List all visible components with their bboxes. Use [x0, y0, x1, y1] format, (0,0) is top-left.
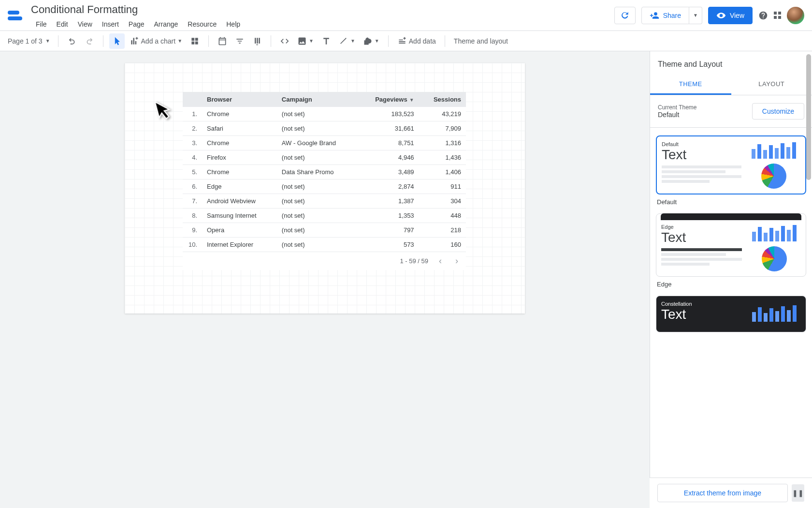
table-row[interactable]: 5.ChromeData Share Promo3,4891,406	[183, 165, 466, 179]
theme-list[interactable]: Default Text Default Edge T	[650, 128, 812, 508]
theme-preview-name: Default	[662, 141, 741, 147]
cell-sessions: 7,909	[419, 121, 466, 136]
document-title[interactable]: Conditional Formatting	[31, 3, 138, 16]
menu-page[interactable]: Page	[124, 18, 149, 30]
blocks-icon	[190, 36, 200, 46]
cell-index: 4.	[183, 150, 202, 165]
cell-pageviews: 797	[358, 223, 419, 238]
cell-index: 5.	[183, 165, 202, 179]
page-indicator[interactable]: Page 1 of 3 ▼	[6, 37, 52, 45]
user-avatar[interactable]	[787, 7, 804, 24]
scrollbar-thumb[interactable]	[806, 54, 811, 180]
header-pageviews[interactable]: Pageviews▼	[358, 92, 419, 107]
data-control-button[interactable]	[249, 33, 265, 49]
share-label: Share	[663, 12, 681, 19]
text-button[interactable]	[319, 33, 334, 49]
image-button[interactable]: ▼	[294, 33, 317, 49]
help-icon[interactable]	[758, 11, 768, 20]
cell-pageviews: 1,353	[358, 209, 419, 223]
header-browser[interactable]: Browser	[202, 92, 277, 107]
table-row[interactable]: 1.Chrome(not set)183,52343,219	[183, 107, 466, 121]
menu-file[interactable]: File	[31, 18, 52, 30]
cell-campaign: Data Share Promo	[277, 165, 358, 179]
filter-button[interactable]	[232, 33, 247, 49]
extract-theme-button[interactable]: Extract theme from image	[657, 484, 788, 502]
tab-theme[interactable]: THEME	[650, 75, 731, 95]
table-footer: 1 - 59 / 59 ‹ ›	[183, 252, 466, 270]
menu-edit[interactable]: Edit	[52, 18, 73, 30]
menu-arrange[interactable]: Arrange	[149, 18, 183, 30]
date-range-button[interactable]	[215, 33, 230, 49]
cell-index: 2.	[183, 121, 202, 136]
pause-button[interactable]: ❚❚	[792, 484, 804, 502]
caret-down-icon: ▼	[693, 13, 698, 18]
menu-insert[interactable]: Insert	[97, 18, 124, 30]
url-embed-button[interactable]	[277, 33, 292, 49]
cell-sessions: 448	[419, 209, 466, 223]
table-row[interactable]: 10.Internet Explorer(not set)573160	[183, 238, 466, 252]
canvas-area[interactable]: Browser Campaign Pageviews▼ Sessions 1.C…	[0, 51, 650, 508]
cell-pageviews: 573	[358, 238, 419, 252]
image-icon	[297, 36, 307, 46]
app-logo	[8, 7, 25, 24]
undo-button[interactable]	[64, 33, 80, 49]
cell-browser: Firefox	[202, 150, 277, 165]
share-button[interactable]: Share	[641, 7, 689, 24]
header: Conditional Formatting File Edit View In…	[0, 0, 812, 31]
shape-button[interactable]: ▼	[360, 33, 382, 49]
cell-pageviews: 31,661	[358, 121, 419, 136]
theme-preview-text: Text	[662, 148, 741, 162]
table-row[interactable]: 4.Firefox(not set)4,9461,436	[183, 150, 466, 165]
view-button[interactable]: View	[708, 7, 753, 24]
table-row[interactable]: 8.Samsung Internet(not set)1,353448	[183, 209, 466, 223]
refresh-button[interactable]	[614, 7, 636, 24]
data-table[interactable]: Browser Campaign Pageviews▼ Sessions 1.C…	[183, 92, 466, 270]
cell-campaign: (not set)	[277, 223, 358, 238]
table-row[interactable]: 6.Edge(not set)2,874911	[183, 179, 466, 194]
theme-card-constellation[interactable]: Constellation Text	[656, 296, 806, 332]
canvas-page[interactable]: Browser Campaign Pageviews▼ Sessions 1.C…	[125, 63, 525, 314]
current-theme-label: Current Theme	[658, 104, 696, 111]
cell-pageviews: 1,387	[358, 194, 419, 209]
cell-pageviews: 8,751	[358, 136, 419, 150]
menu-resource[interactable]: Resource	[183, 18, 221, 30]
next-page-button[interactable]: ›	[452, 256, 461, 266]
cell-browser: Samsung Internet	[202, 209, 277, 223]
add-data-button[interactable]: Add data	[394, 33, 439, 49]
line-button[interactable]: ▼	[336, 33, 358, 49]
menu-view[interactable]: View	[73, 18, 97, 30]
code-icon	[280, 36, 290, 46]
cell-campaign: (not set)	[277, 107, 358, 121]
text-icon	[321, 36, 331, 46]
prev-page-button[interactable]: ‹	[436, 256, 445, 266]
table-row[interactable]: 2.Safari(not set)31,6617,909	[183, 121, 466, 136]
pause-icon: ❚❚	[792, 489, 804, 497]
page-indicator-label: Page 1 of 3	[8, 37, 43, 45]
theme-layout-button[interactable]: Theme and layout	[451, 33, 511, 49]
select-tool[interactable]	[109, 33, 125, 49]
cell-sessions: 1,436	[419, 150, 466, 165]
table-row[interactable]: 3.ChromeAW - Google Brand8,7511,316	[183, 136, 466, 150]
scrollbar[interactable]	[805, 52, 812, 508]
cell-pageviews: 183,523	[358, 107, 419, 121]
cell-campaign: (not set)	[277, 238, 358, 252]
caret-down-icon: ▼	[177, 38, 182, 44]
header-campaign[interactable]: Campaign	[277, 92, 358, 107]
apps-icon[interactable]	[774, 12, 781, 19]
add-chart-button[interactable]: Add a chart ▼	[127, 33, 186, 49]
cell-sessions: 1,316	[419, 136, 466, 150]
tab-layout[interactable]: LAYOUT	[731, 75, 812, 95]
cell-sessions: 304	[419, 194, 466, 209]
table-row[interactable]: 7.Android Webview(not set)1,387304	[183, 194, 466, 209]
control-icon	[252, 36, 262, 46]
header-sessions[interactable]: Sessions	[419, 92, 466, 107]
table-row[interactable]: 9.Opera(not set)797218	[183, 223, 466, 238]
theme-card-edge[interactable]: Edge Text	[656, 213, 806, 277]
menu-help[interactable]: Help	[221, 18, 245, 30]
share-dropdown[interactable]: ▼	[689, 7, 702, 24]
cell-index: 8.	[183, 209, 202, 223]
redo-button[interactable]	[82, 33, 97, 49]
theme-card-default[interactable]: Default Text	[656, 135, 806, 194]
community-viz-button[interactable]	[187, 33, 203, 49]
customize-button[interactable]: Customize	[752, 103, 804, 120]
